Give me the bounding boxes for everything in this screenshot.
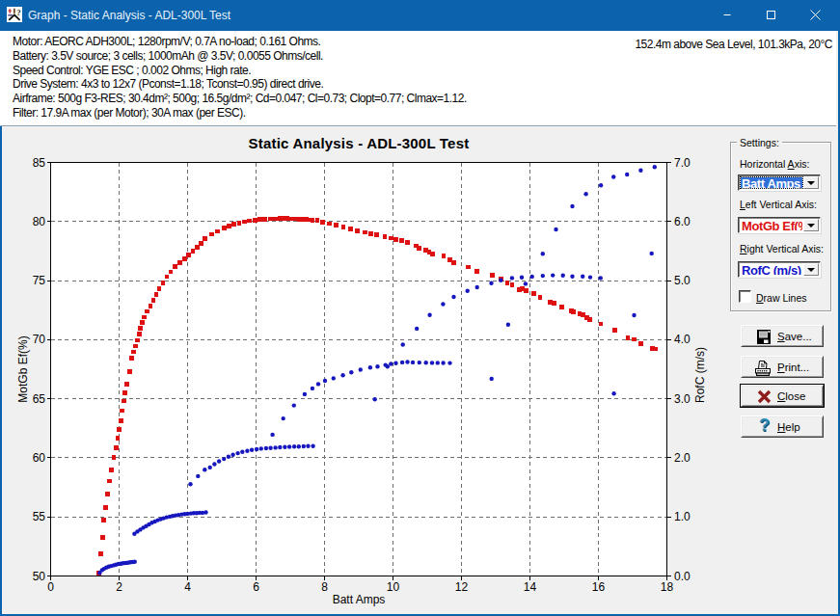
svg-text:10: 10: [387, 580, 400, 594]
svg-text:16: 16: [592, 580, 606, 594]
svg-text:1.0: 1.0: [674, 510, 691, 523]
svg-text:RofC (m/s): RofC (m/s): [693, 347, 707, 403]
svg-text:60: 60: [33, 451, 46, 465]
svg-text:Batt Amps: Batt Amps: [333, 593, 386, 606]
svg-text:2: 2: [116, 580, 122, 594]
svg-text:7.0: 7.0: [674, 156, 691, 170]
svg-text:12: 12: [455, 580, 469, 594]
svg-text:18: 18: [661, 580, 674, 594]
svg-text:50: 50: [33, 570, 46, 583]
svg-text:Static Analysis - ADL-300L Tes: Static Analysis - ADL-300L Test: [249, 135, 470, 151]
svg-text:0.0: 0.0: [674, 570, 691, 583]
svg-text:2.0: 2.0: [674, 451, 691, 465]
svg-text:5.0: 5.0: [674, 274, 691, 287]
svg-text:14: 14: [524, 580, 537, 594]
svg-text:70: 70: [33, 333, 46, 346]
svg-text:65: 65: [33, 392, 46, 406]
svg-text:8: 8: [321, 580, 328, 594]
svg-text:4.0: 4.0: [674, 333, 691, 346]
svg-text:6.0: 6.0: [674, 215, 691, 228]
svg-text:3.0: 3.0: [674, 392, 691, 406]
svg-text:4: 4: [184, 580, 191, 594]
svg-text:85: 85: [33, 156, 46, 170]
svg-text:0: 0: [47, 580, 54, 594]
svg-text:MotGb Ef(%): MotGb Ef(%): [16, 335, 30, 402]
svg-text:75: 75: [33, 274, 46, 287]
svg-text:6: 6: [253, 580, 259, 594]
svg-text:55: 55: [33, 510, 46, 523]
svg-text:80: 80: [33, 215, 46, 228]
